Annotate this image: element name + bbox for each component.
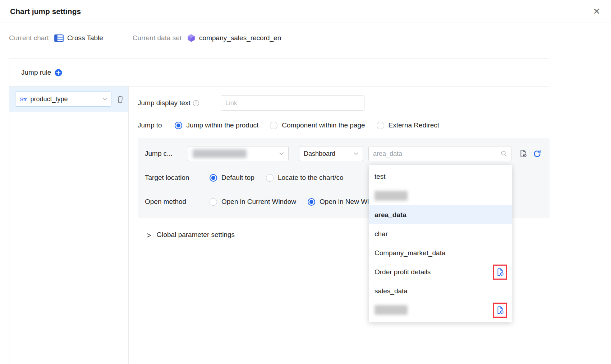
dataset-dropdown-item[interactable]	[369, 300, 512, 319]
chart-jump-settings-dialog: Chart jump settings ✕ Current chart Cros…	[0, 0, 611, 364]
field-type-badge: Str.	[20, 96, 28, 102]
dataset-dropdown-item[interactable]	[369, 186, 512, 205]
radio-component-within-page[interactable]: Component within the page	[270, 121, 365, 129]
preview-file-icon-highlighted[interactable]	[493, 265, 507, 280]
cross-table-icon	[54, 34, 64, 42]
dropdown-item-label: char	[375, 230, 388, 238]
redacted-value	[193, 149, 247, 158]
target-location-label: Target location	[145, 174, 210, 182]
dataset-dropdown-item[interactable]: sales_data	[369, 281, 512, 300]
radio-label: Locate to the chart/co	[278, 174, 344, 182]
refresh-icon[interactable]	[533, 150, 541, 158]
radio-selected-icon	[175, 122, 182, 129]
radio-icon	[377, 122, 384, 129]
jump-display-text-input[interactable]	[221, 95, 364, 111]
radio-selected-icon	[308, 198, 315, 206]
dataset-dropdown-item[interactable]: Order profit details	[369, 262, 512, 281]
jump-display-text-label: Jump display text	[138, 99, 190, 107]
current-dataset-label: Current data set	[133, 34, 182, 42]
target-type-value: Dashboard	[304, 150, 335, 158]
add-jump-rule-button[interactable]	[55, 69, 62, 76]
target-type-select[interactable]: Dashboard	[299, 146, 363, 161]
dialog-title: Chart jump settings	[10, 7, 81, 16]
jump-rule-label: Jump rule	[21, 69, 51, 76]
jump-content-label: Jump c...	[145, 150, 188, 158]
current-chart-label: Current chart	[9, 34, 49, 42]
dropdown-item-label: sales_data	[375, 287, 408, 295]
redacted-text	[375, 191, 408, 201]
current-dataset-value: company_sales_record_en	[199, 34, 281, 42]
radio-jump-within-product[interactable]: Jump within the product	[175, 121, 259, 129]
dataset-dropdown-item[interactable]: char	[369, 224, 512, 243]
jump-to-label: Jump to	[138, 121, 162, 129]
current-chart-value: Cross Table	[67, 34, 103, 42]
radio-icon	[210, 198, 217, 206]
rule-field-select[interactable]: Str. product_type	[15, 92, 111, 107]
search-icon	[501, 150, 507, 158]
dataset-dropdown-item[interactable]: test	[369, 167, 512, 186]
expand-caret-icon: >	[147, 230, 151, 240]
radio-locate-to-chart[interactable]: Locate to the chart/co	[266, 174, 344, 182]
radio-label: Component within the page	[282, 121, 365, 129]
dataset-dropdown: test area_data char Company_market_data …	[369, 165, 512, 322]
dropdown-item-label: Company_market_data	[375, 249, 446, 257]
dropdown-item-label: area_data	[375, 211, 406, 219]
delete-rule-button[interactable]	[117, 95, 124, 103]
chevron-down-icon	[102, 98, 107, 101]
radio-default-top[interactable]: Default top	[210, 174, 254, 182]
chevron-down-icon	[354, 152, 358, 155]
jump-rule-section-header: Jump rule	[9, 59, 549, 87]
dropdown-item-label: Order profit details	[375, 268, 431, 276]
radio-label: Open in Current Window	[221, 198, 296, 206]
radio-label: Default top	[221, 174, 254, 182]
radio-label: Externa Redirect	[389, 121, 440, 129]
dashboard-search-input[interactable]	[368, 146, 511, 161]
dataset-dropdown-item[interactable]: Company_market_data	[369, 243, 512, 262]
dataset-dropdown-item[interactable]: area_data	[369, 205, 512, 224]
preview-file-icon-highlighted[interactable]	[493, 303, 507, 318]
redacted-text	[375, 305, 408, 315]
workspace-select[interactable]	[188, 146, 289, 161]
radio-selected-icon	[210, 174, 217, 182]
radio-external-redirect[interactable]: Externa Redirect	[377, 121, 440, 129]
global-parameter-settings-label: Global parameter settings	[156, 231, 235, 239]
dialog-header: Chart jump settings ✕	[0, 0, 611, 23]
radio-label: Jump within the product	[187, 121, 259, 129]
dropdown-item-label: test	[375, 173, 386, 181]
radio-open-current-window[interactable]: Open in Current Window	[210, 198, 296, 206]
preview-file-icon[interactable]	[519, 149, 527, 158]
dataset-cube-icon	[187, 34, 196, 42]
jump-rule-item[interactable]: Str. product_type	[9, 87, 128, 112]
rule-field-name: product_type	[31, 95, 68, 103]
jump-rule-list: Str. product_type	[9, 87, 129, 364]
radio-icon	[270, 122, 277, 129]
chevron-down-icon	[279, 152, 284, 155]
context-info-bar: Current chart Cross Table Current data s…	[9, 34, 611, 42]
info-icon[interactable]: i	[193, 100, 199, 106]
close-icon[interactable]: ✕	[593, 7, 600, 16]
open-method-label: Open method	[145, 198, 210, 206]
radio-icon	[266, 174, 274, 182]
